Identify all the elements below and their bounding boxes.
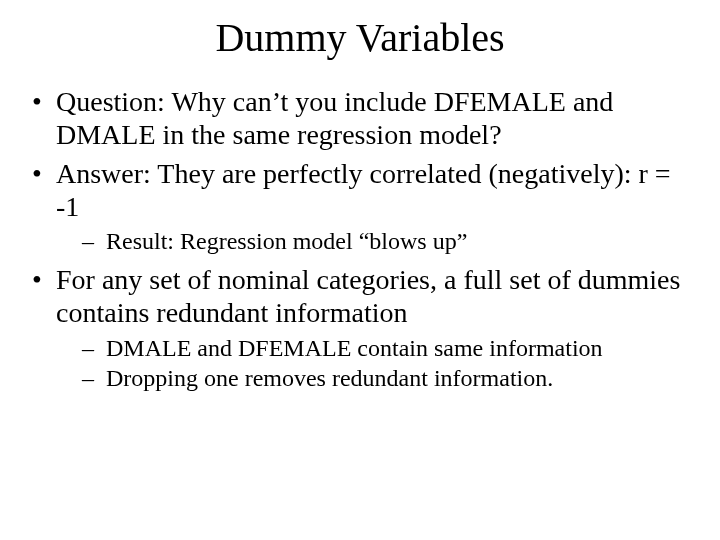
sub-bullet-item: Result: Regression model “blows up” [56,227,690,255]
bullet-item: For any set of nominal categories, a ful… [30,263,690,392]
bullet-text: Answer: They are perfectly correlated (n… [56,158,671,222]
bullet-text: Question: Why can’t you include DFEMALE … [56,86,613,150]
bullet-item: Question: Why can’t you include DFEMALE … [30,85,690,151]
bullet-item: Answer: They are perfectly correlated (n… [30,157,690,255]
sub-bullet-list: DMALE and DFEMALE contain same informati… [56,334,690,393]
sub-bullet-text: Result: Regression model “blows up” [106,228,467,254]
slide-title: Dummy Variables [30,14,690,61]
sub-bullet-item: Dropping one removes redundant informati… [56,364,690,392]
sub-bullet-list: Result: Regression model “blows up” [56,227,690,255]
sub-bullet-text: Dropping one removes redundant informati… [106,365,553,391]
bullet-text: For any set of nominal categories, a ful… [56,264,680,328]
sub-bullet-item: DMALE and DFEMALE contain same informati… [56,334,690,362]
sub-bullet-text: DMALE and DFEMALE contain same informati… [106,335,603,361]
slide: Dummy Variables Question: Why can’t you … [0,0,720,540]
bullet-list: Question: Why can’t you include DFEMALE … [30,85,690,392]
